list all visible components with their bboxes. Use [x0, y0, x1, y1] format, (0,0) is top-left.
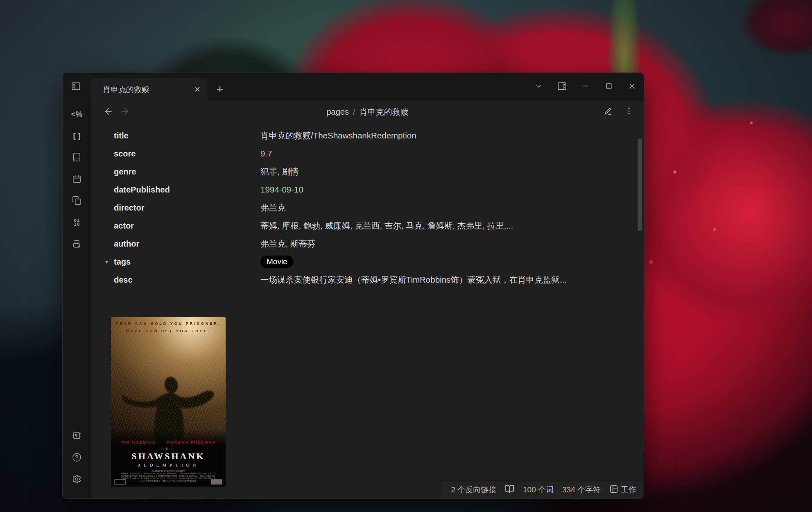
property-row: score9.7	[91, 145, 644, 163]
tab-close-icon[interactable]: ✕	[190, 83, 204, 97]
breadcrumb-separator: /	[353, 107, 355, 117]
poster-star-1: TIM ROBBINS	[121, 440, 156, 444]
property-key[interactable]: actor	[91, 221, 260, 231]
property-value[interactable]: 1994-09-10	[260, 185, 303, 195]
toggle-left-sidebar-button[interactable]	[67, 79, 85, 95]
daily-note-button[interactable]	[69, 172, 85, 187]
property-value: Movie	[260, 256, 294, 268]
more-options-button[interactable]	[621, 104, 637, 120]
kebab-menu-icon	[624, 106, 633, 117]
poster-title-main: SHAWSHANK	[111, 451, 226, 462]
binary-button[interactable]	[69, 215, 85, 231]
property-key[interactable]: genre	[91, 167, 260, 177]
property-key[interactable]: desc	[91, 271, 260, 287]
binary-icon	[72, 217, 81, 229]
book-icon	[72, 152, 81, 163]
property-row-desc: desc一场谋杀案使银行家安迪（蒂姆•罗宾斯TimRobbins饰）蒙冤入狱，在…	[91, 271, 644, 289]
property-key[interactable]: score	[91, 149, 260, 159]
minimize-button[interactable]	[574, 73, 597, 101]
template-button[interactable]: <%	[69, 106, 85, 122]
reading-mode-indicator[interactable]	[505, 484, 514, 496]
new-tab-button[interactable]: +	[211, 80, 229, 98]
copy-icon	[72, 196, 81, 207]
poster-credits-line: FRANK DARABONT · NIKI MARVIN · FRANK DAR…	[121, 480, 215, 483]
property-row-tags: ▾ tags Movie	[91, 253, 644, 271]
poster-title-the: THE	[111, 447, 226, 451]
property-row: datePublished1994-09-10	[91, 181, 644, 199]
left-ribbon: <% [ ]	[63, 101, 91, 498]
edit-mode-button[interactable]	[599, 104, 616, 120]
poster-tagline-2: HOPE CAN SET YOU FREE.	[111, 329, 226, 333]
tag-pill-movie[interactable]: Movie	[260, 256, 294, 268]
help-button[interactable]	[69, 450, 85, 466]
workspace-name: 工作	[621, 485, 636, 495]
maximize-button[interactable]	[597, 73, 620, 101]
window-controls	[527, 73, 644, 101]
property-row: actor蒂姆, 摩根, 鲍勃, 威廉姆, 克兰西, 吉尔, 马克, 詹姆斯, …	[91, 217, 644, 235]
breadcrumb-current[interactable]: 肖申克的救赎	[360, 106, 409, 118]
bookmark-button[interactable]	[69, 150, 85, 165]
workspace-switcher[interactable]: 工作	[609, 485, 636, 496]
properties-table: title肖申克的救赎/TheShawshankRedemption score…	[91, 123, 644, 289]
pencil-icon	[603, 106, 613, 118]
collapse-caret-icon[interactable]: ▾	[105, 258, 110, 265]
status-bar: 2 个反向链接 100 个词 334 个字符 工作	[443, 481, 644, 498]
property-value[interactable]: 弗兰克, 斯蒂芬	[260, 238, 315, 249]
property-value[interactable]: 一场谋杀案使银行家安迪（蒂姆•罗宾斯TimRobbins饰）蒙冤入狱，在肖申克监…	[260, 271, 567, 287]
calendar-icon	[72, 174, 81, 185]
brackets-icon: [ ]	[73, 131, 81, 140]
property-value[interactable]: 弗兰克	[260, 202, 286, 213]
duplicate-button[interactable]	[69, 193, 85, 209]
add-card-button[interactable]	[69, 237, 85, 252]
property-value[interactable]: 蒂姆, 摩根, 鲍勃, 威廉姆, 克兰西, 吉尔, 马克, 詹姆斯, 杰弗里, …	[260, 220, 513, 231]
tab-shawshank[interactable]: 肖申克的救赎 ✕	[90, 78, 208, 101]
scrollbar-thumb[interactable]	[638, 138, 642, 231]
poster-stars: TIM ROBBINS MORGAN FREEMAN	[111, 440, 226, 444]
property-key[interactable]: datePublished	[91, 185, 260, 195]
property-key-label[interactable]: tags	[114, 257, 131, 267]
poster-rating-logo	[211, 479, 222, 485]
close-icon	[628, 82, 636, 92]
property-row: author弗兰克, 斯蒂芬	[91, 235, 644, 253]
open-book-icon	[505, 484, 514, 496]
word-count: 100 个词	[523, 485, 554, 495]
poster-tagline-1: FEAR CAN HOLD YOU PRISONER.	[111, 322, 226, 326]
property-key[interactable]: director	[91, 203, 260, 213]
poster-image: FEAR CAN HOLD YOU PRISONER. HOPE CAN SET…	[111, 317, 226, 487]
help-icon	[72, 453, 81, 464]
poster-star-2: MORGAN FREEMAN	[166, 440, 216, 444]
poster-studio-logo	[114, 479, 126, 485]
property-value[interactable]: 肖申克的救赎/TheShawshankRedemption	[260, 130, 416, 141]
minimize-icon	[581, 82, 590, 92]
breadcrumb-parent[interactable]: pages	[326, 107, 349, 117]
titlebar: 肖申克的救赎 ✕ +	[63, 73, 644, 101]
panel-right-icon	[557, 81, 567, 93]
gear-icon	[72, 474, 81, 485]
header-actions	[599, 104, 637, 120]
workspace-layout-icon	[609, 485, 618, 496]
maximize-icon	[605, 82, 613, 92]
property-value[interactable]: 犯罪, 剧情	[260, 166, 299, 177]
brackets-button[interactable]: [ ]	[69, 128, 85, 144]
toggle-right-sidebar-button[interactable]	[550, 73, 574, 101]
panel-left-icon	[71, 81, 81, 93]
char-count: 334 个字符	[562, 485, 601, 495]
property-key[interactable]: title	[91, 131, 260, 140]
vault-switcher-button[interactable]	[69, 428, 85, 444]
property-row: director弗兰克	[91, 199, 644, 217]
property-row: title肖申克的救赎/TheShawshankRedemption	[91, 127, 644, 145]
backlinks-count[interactable]: 2 个反向链接	[451, 485, 496, 495]
card-stack-plus-icon	[72, 239, 81, 250]
tab-list-dropdown-button[interactable]	[527, 73, 550, 101]
property-value[interactable]: 9.7	[260, 149, 272, 159]
view-header: pages / 肖申克的救赎	[91, 101, 644, 123]
chevron-down-icon	[534, 82, 543, 92]
app-window: 肖申克的救赎 ✕ + <% [ ]	[62, 72, 644, 499]
template-icon: <%	[71, 110, 83, 119]
breadcrumb: pages / 肖申克的救赎	[91, 101, 644, 123]
property-key[interactable]: author	[91, 239, 260, 249]
settings-button[interactable]	[69, 472, 85, 487]
close-button[interactable]	[620, 73, 644, 101]
vault-icon	[72, 431, 81, 442]
poster-credits: CASTLE ROCK ENTERTAINMENT FRANK DARABONT…	[121, 470, 215, 483]
